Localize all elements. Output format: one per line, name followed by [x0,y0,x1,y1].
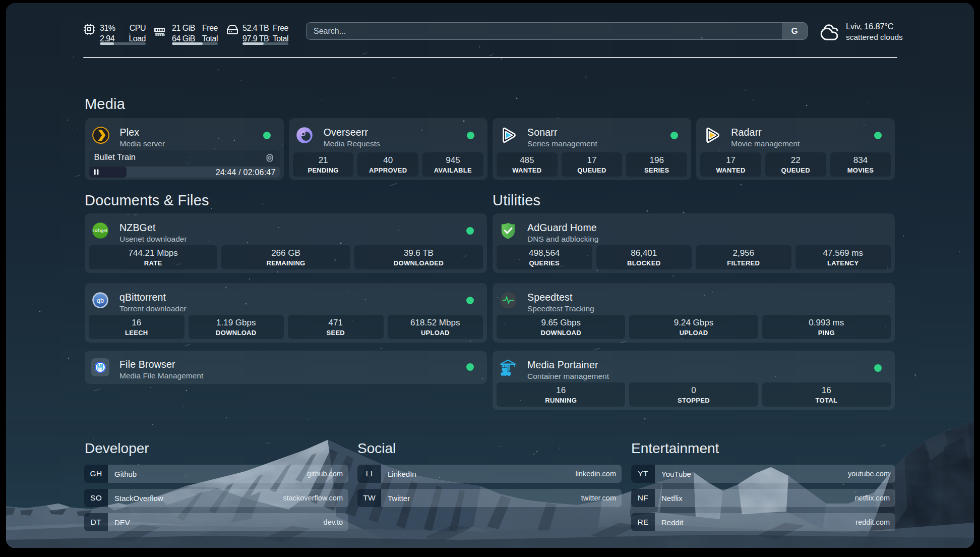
svg-text:qb: qb [97,297,104,304]
svg-text:nzbget: nzbget [93,228,108,233]
